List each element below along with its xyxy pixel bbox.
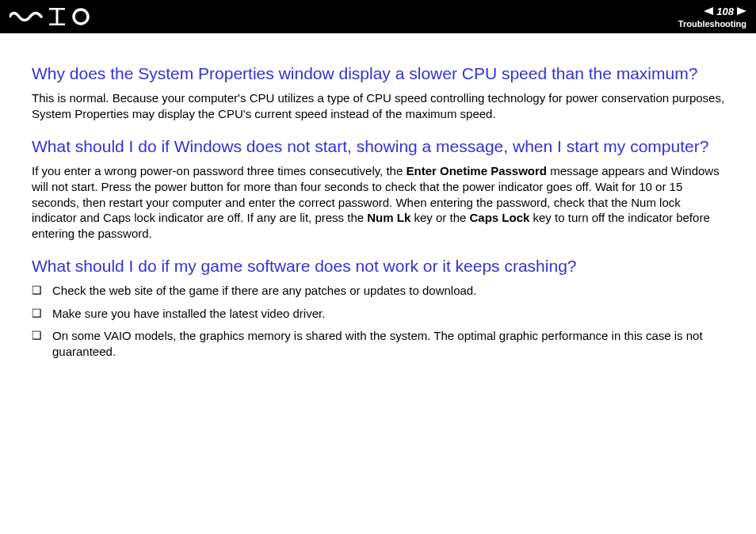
list-item: On some VAIO models, the graphics memory… bbox=[32, 328, 727, 360]
section-title: Troubleshooting bbox=[678, 19, 746, 29]
svg-marker-5 bbox=[737, 7, 746, 15]
header-bar: 108 Troubleshooting bbox=[0, 0, 756, 33]
list-item: Make sure you have installed the latest … bbox=[32, 306, 727, 322]
question-heading-2: What should I do if Windows does not sta… bbox=[32, 136, 727, 157]
text-segment: If you enter a wrong power-on password t… bbox=[32, 164, 406, 177]
header-right: 108 Troubleshooting bbox=[678, 6, 746, 29]
bold-term: Enter Onetime Password bbox=[406, 164, 547, 177]
text-segment: key or the bbox=[410, 211, 469, 224]
answer-paragraph-1: This is normal. Because your computer's … bbox=[32, 90, 727, 122]
svg-point-3 bbox=[74, 10, 88, 24]
page-navigator: 108 bbox=[704, 6, 746, 17]
svg-marker-4 bbox=[704, 7, 713, 15]
page-body: Why does the System Properties window di… bbox=[0, 33, 756, 382]
question-heading-1: Why does the System Properties window di… bbox=[32, 63, 727, 84]
answer-bullet-list: Check the web site of the game if there … bbox=[32, 283, 727, 360]
next-page-icon[interactable] bbox=[737, 7, 746, 15]
bold-term: Num Lk bbox=[367, 211, 410, 224]
vaio-logo bbox=[10, 8, 97, 25]
bold-term: Caps Lock bbox=[470, 211, 530, 224]
page-number: 108 bbox=[716, 6, 734, 17]
prev-page-icon[interactable] bbox=[704, 7, 713, 15]
list-item: Check the web site of the game if there … bbox=[32, 283, 727, 299]
answer-paragraph-2: If you enter a wrong power-on password t… bbox=[32, 163, 727, 242]
question-heading-3: What should I do if my game software doe… bbox=[32, 256, 727, 277]
